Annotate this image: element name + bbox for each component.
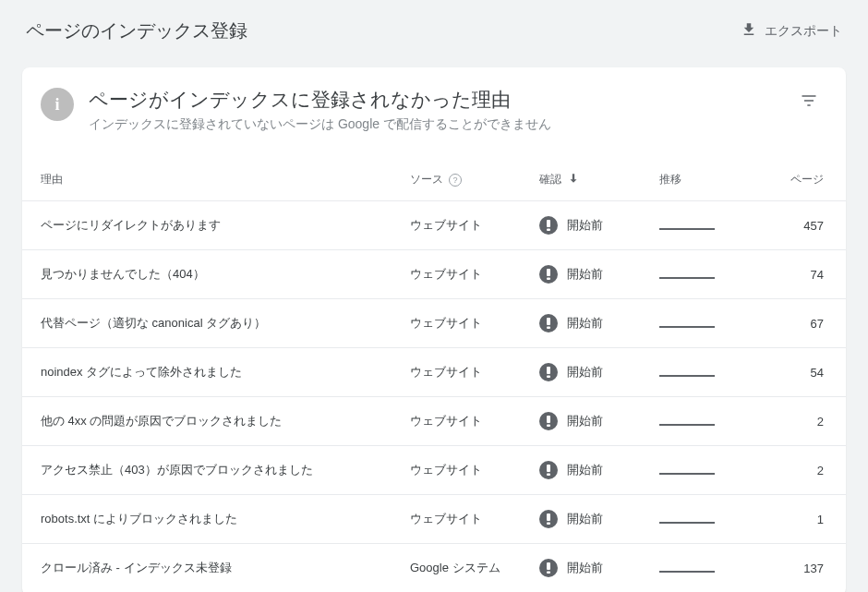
cell-pages: 67 [742,317,824,331]
cell-source: ウェブサイト [410,511,539,527]
cell-trend [659,562,742,575]
column-trend[interactable]: 推移 [659,172,742,187]
table-row[interactable]: robots.txt によりブロックされましたウェブサイト開始前1 [22,494,846,543]
cell-source: ウェブサイト [410,413,539,429]
svg-rect-3 [547,278,550,281]
check-status: 開始前 [567,462,603,478]
sparkline [659,473,715,475]
sparkline [659,522,715,524]
cell-reason: robots.txt によりブロックされました [41,511,410,527]
download-icon [741,21,757,41]
cell-trend [659,415,742,429]
column-check[interactable]: 確認 [539,172,659,187]
column-pages[interactable]: ページ [742,172,824,187]
cell-check: 開始前 [539,559,659,577]
cell-source: Google システム [410,560,539,576]
check-status: 開始前 [567,217,603,234]
cell-pages: 74 [742,268,824,282]
cell-pages: 137 [742,562,824,575]
help-icon[interactable]: ? [449,174,462,187]
card-subtitle: インデックスに登録されていないページは Google で配信することができません [89,116,779,133]
cell-check: 開始前 [539,461,659,479]
svg-rect-13 [547,523,550,526]
check-status: 開始前 [567,266,603,283]
cell-check: 開始前 [539,363,659,381]
export-label: エクスポート [765,23,842,40]
table-row[interactable]: 見つかりませんでした（404）ウェブサイト開始前74 [22,249,846,298]
page-title: ページのインデックス登録 [26,18,247,43]
cell-pages: 457 [742,219,824,233]
cell-source: ウェブサイト [410,266,539,283]
svg-rect-9 [547,425,550,428]
sparkline [659,571,715,573]
table-row[interactable]: ページにリダイレクトがありますウェブサイト開始前457 [22,200,846,249]
reasons-card: i ページがインデックスに登録されなかった理由 インデックスに登録されていないペ… [22,67,846,592]
cell-reason: アクセス禁止（403）が原因でブロックされました [41,462,410,478]
cell-check: 開始前 [539,265,659,284]
column-check-label: 確認 [539,172,561,187]
warning-icon [539,216,558,235]
check-status: 開始前 [567,560,603,576]
cell-pages: 2 [742,415,824,429]
svg-rect-11 [547,474,550,477]
check-status: 開始前 [567,511,603,527]
filter-icon [800,91,818,113]
cell-trend [659,366,742,380]
table-row[interactable]: アクセス禁止（403）が原因でブロックされましたウェブサイト開始前2 [22,445,846,494]
svg-rect-15 [547,572,550,574]
sparkline [659,277,715,279]
cell-pages: 2 [742,464,824,477]
warning-icon [539,461,558,479]
svg-rect-14 [547,562,550,570]
cell-trend [659,268,742,282]
cell-source: ウェブサイト [410,315,539,332]
filter-button[interactable] [794,86,824,118]
card-header: i ページがインデックスに登録されなかった理由 インデックスに登録されていないペ… [22,67,846,159]
sort-descending-icon [567,172,580,187]
info-icon: i [41,88,74,121]
table-header: 理由 ソース ? 確認 推移 ページ [22,159,846,200]
table-row[interactable]: 代替ページ（適切な canonical タグあり）ウェブサイト開始前67 [22,298,846,347]
cell-check: 開始前 [539,314,659,332]
warning-icon [539,559,558,577]
sparkline [659,375,715,377]
svg-rect-10 [547,465,550,472]
cell-reason: クロール済み - インデックス未登録 [41,560,410,576]
cell-reason: 他の 4xx の問題が原因でブロックされました [41,413,410,429]
cell-pages: 1 [742,513,824,526]
svg-rect-6 [547,367,550,374]
warning-icon [539,412,558,430]
table-row[interactable]: クロール済み - インデックス未登録Google システム開始前137 [22,543,846,592]
check-status: 開始前 [567,364,603,381]
cell-source: ウェブサイト [410,217,539,234]
warning-icon [539,314,558,332]
column-source[interactable]: ソース ? [410,172,539,187]
cell-reason: ページにリダイレクトがあります [41,217,410,234]
table-row[interactable]: noindex タグによって除外されましたウェブサイト開始前54 [22,347,846,396]
sparkline [659,228,715,230]
cell-source: ウェブサイト [410,462,539,478]
svg-rect-12 [547,513,550,521]
warning-icon [539,510,558,528]
warning-icon [539,363,558,381]
cell-reason: 見つかりませんでした（404） [41,266,410,283]
card-header-text: ページがインデックスに登録されなかった理由 インデックスに登録されていないページ… [89,86,779,133]
column-reason[interactable]: 理由 [41,172,410,187]
cell-check: 開始前 [539,510,659,528]
table-row[interactable]: 他の 4xx の問題が原因でブロックされましたウェブサイト開始前2 [22,396,846,445]
svg-rect-0 [547,220,550,227]
check-status: 開始前 [567,315,603,332]
cell-source: ウェブサイト [410,364,539,381]
topbar: ページのインデックス登録 エクスポート [0,0,868,60]
sparkline [659,326,715,328]
rows-container: ページにリダイレクトがありますウェブサイト開始前457見つかりませんでした（40… [22,200,846,592]
column-source-label: ソース [410,172,443,187]
cell-trend [659,317,742,331]
svg-rect-7 [547,376,550,379]
export-button[interactable]: エクスポート [741,21,842,41]
warning-icon [539,265,558,284]
cell-pages: 54 [742,366,824,380]
cell-trend [659,464,742,477]
sparkline [659,424,715,426]
cell-trend [659,219,742,233]
